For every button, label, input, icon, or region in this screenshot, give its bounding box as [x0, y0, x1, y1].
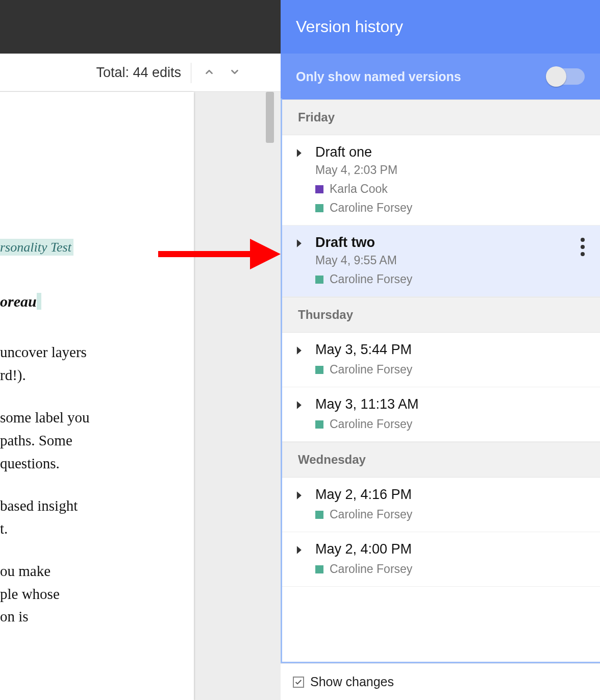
- day-header: Friday: [281, 99, 600, 135]
- version-item[interactable]: Draft oneMay 4, 2:03 PMKarla CookCarolin…: [281, 135, 600, 226]
- check-icon: [294, 678, 303, 686]
- caret-right-icon[interactable]: [296, 239, 303, 250]
- version-item[interactable]: May 3, 5:44 PMCaroline Forsey: [281, 333, 600, 387]
- edits-toolbar: Total: 44 edits: [0, 54, 281, 92]
- editor-name: Caroline Forsey: [330, 417, 412, 431]
- app-toolbar-dark: [0, 0, 281, 54]
- editor-color-swatch: [315, 276, 323, 284]
- version-title: Draft two: [315, 235, 375, 251]
- more-options-button[interactable]: [581, 238, 585, 256]
- doc-text-highlight: rsonality Test: [0, 239, 73, 256]
- editor-name: Caroline Forsey: [330, 201, 412, 215]
- day-header: Wednesday: [281, 442, 600, 478]
- document-canvas: rsonality Test oreau uncover layers rd!)…: [0, 92, 281, 700]
- toggle-knob: [546, 66, 566, 87]
- caret-right-icon[interactable]: [296, 401, 303, 412]
- doc-body-line: some label you: [0, 406, 163, 429]
- editor-row: Caroline Forsey: [315, 201, 590, 215]
- chevron-up-icon: [204, 66, 215, 80]
- editor-color-swatch: [315, 204, 323, 212]
- doc-body-line: questions.: [0, 452, 163, 475]
- version-item[interactable]: Draft twoMay 4, 9:55 AMCaroline Forsey: [281, 226, 600, 297]
- editor-row: Caroline Forsey: [315, 562, 590, 576]
- named-versions-filter-label: Only show named versions: [296, 69, 461, 84]
- editor-color-swatch: [315, 511, 323, 519]
- named-versions-filter-row: Only show named versions: [281, 54, 600, 99]
- editor-row: Caroline Forsey: [315, 417, 590, 431]
- day-header: Thursday: [281, 297, 600, 333]
- version-history-footer: Show changes: [281, 663, 600, 700]
- doc-body-line: based insight: [0, 494, 163, 517]
- doc-body-line: ou make: [0, 560, 163, 583]
- editor-row: Caroline Forsey: [315, 508, 590, 521]
- doc-body-line: paths. Some: [0, 429, 163, 452]
- doc-body-line: uncover layers: [0, 341, 163, 364]
- version-title: May 2, 4:16 PM: [315, 487, 412, 503]
- editor-row: Caroline Forsey: [315, 363, 590, 377]
- show-changes-checkbox[interactable]: [293, 677, 304, 688]
- version-title: May 3, 11:13 AM: [315, 396, 419, 412]
- scroll-track: [266, 92, 275, 700]
- version-timestamp: May 4, 9:55 AM: [315, 254, 590, 267]
- version-item[interactable]: May 3, 11:13 AMCaroline Forsey: [281, 387, 600, 442]
- version-title: Draft one: [315, 144, 372, 160]
- next-edit-button[interactable]: [224, 63, 245, 83]
- editor-name: Caroline Forsey: [330, 363, 412, 377]
- version-item[interactable]: May 2, 4:16 PMCaroline Forsey: [281, 478, 600, 532]
- chevron-down-icon: [229, 66, 240, 80]
- version-history-title: Version history: [296, 17, 403, 36]
- toolbar-divider: [191, 63, 191, 83]
- caret-right-icon[interactable]: [296, 148, 303, 160]
- editor-color-swatch: [315, 565, 323, 573]
- document-page[interactable]: rsonality Test oreau uncover layers rd!)…: [0, 92, 194, 700]
- caret-right-icon[interactable]: [296, 346, 303, 357]
- prev-edit-button[interactable]: [199, 63, 219, 83]
- version-history-header: Version history: [281, 0, 600, 54]
- editor-row: Caroline Forsey: [315, 272, 590, 286]
- doc-body-line: rd!).: [0, 364, 163, 387]
- version-timestamp: May 4, 2:03 PM: [315, 163, 590, 177]
- editor-row: Karla Cook: [315, 182, 590, 196]
- editor-color-swatch: [315, 420, 323, 429]
- caret-right-icon[interactable]: [296, 545, 303, 557]
- doc-body-line: t.: [0, 517, 163, 540]
- doc-body-line: ple whose: [0, 583, 163, 606]
- editor-name: Karla Cook: [330, 182, 388, 196]
- editor-name: Caroline Forsey: [330, 562, 412, 576]
- show-changes-label: Show changes: [310, 674, 394, 689]
- editor-color-swatch: [315, 366, 323, 374]
- scroll-thumb[interactable]: [266, 92, 274, 143]
- version-list[interactable]: FridayDraft oneMay 4, 2:03 PMKarla CookC…: [281, 99, 600, 663]
- version-item[interactable]: May 2, 4:00 PMCaroline Forsey: [281, 532, 600, 587]
- version-history-panel: Version history Only show named versions…: [281, 0, 600, 663]
- version-title: May 3, 5:44 PM: [315, 342, 412, 358]
- editor-name: Caroline Forsey: [330, 272, 412, 286]
- caret-right-icon[interactable]: [296, 491, 303, 502]
- doc-author-fragment: oreau: [0, 293, 37, 310]
- version-title: May 2, 4:00 PM: [315, 541, 412, 557]
- total-edits-label: Total: 44 edits: [96, 65, 181, 81]
- editor-color-swatch: [315, 185, 323, 193]
- named-versions-toggle[interactable]: [546, 68, 585, 85]
- doc-body-line: on is: [0, 605, 163, 628]
- editor-name: Caroline Forsey: [330, 508, 412, 521]
